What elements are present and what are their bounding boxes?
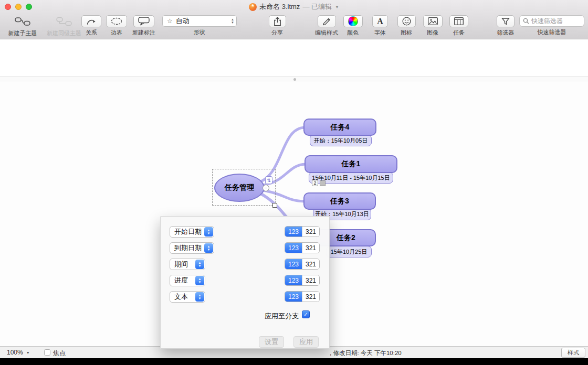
segment-selected[interactable]: 123 bbox=[285, 259, 302, 269]
apply-button[interactable]: 应用 bbox=[293, 336, 319, 348]
quick-filter-input[interactable] bbox=[531, 17, 581, 25]
color-label: 颜色 bbox=[347, 29, 359, 37]
apply-to-branch-checkbox[interactable]: ✓ bbox=[302, 310, 310, 318]
start-date-row: 开始日期 ▲▼ 123 321 bbox=[161, 226, 329, 238]
quick-filter-label: 快速筛选器 bbox=[538, 28, 566, 36]
segment-other[interactable]: 321 bbox=[302, 292, 319, 302]
resize-handle[interactable] bbox=[272, 203, 277, 208]
font-button[interactable]: A 字体 bbox=[370, 15, 390, 37]
zoom-level: 100% bbox=[7, 349, 23, 356]
relation-label: 关系 bbox=[86, 29, 97, 37]
image-button[interactable]: 图像 bbox=[423, 15, 443, 37]
smiley-icon bbox=[397, 15, 416, 27]
color-button[interactable]: 颜色 bbox=[343, 15, 363, 37]
focus-checkbox[interactable] bbox=[44, 349, 50, 356]
shape-select[interactable]: ☆ 自动 ▲▼ bbox=[162, 15, 237, 27]
style-button[interactable]: 样式 bbox=[561, 348, 585, 358]
pane-splitter[interactable] bbox=[0, 77, 588, 81]
titlebar: * 未命名 3.itmz — 已编辑 ▼ bbox=[0, 0, 588, 14]
duration-select[interactable]: 期间 ▲▼ bbox=[170, 259, 205, 270]
boundary-label: 边界 bbox=[111, 29, 122, 37]
progress-select[interactable]: 进度 ▲▼ bbox=[170, 275, 205, 286]
toolbar: 新建子主题 新建同级主题 关系 bbox=[0, 14, 588, 39]
new-callout-label: 新建标注 bbox=[132, 29, 155, 37]
node-task4[interactable]: 任务4 bbox=[303, 119, 376, 136]
window-chrome: * 未命名 3.itmz — 已编辑 ▼ 新建子主题 bbox=[0, 0, 588, 39]
task1-count-badge: 2 bbox=[312, 180, 318, 186]
stepper-icon: ▲▼ bbox=[195, 260, 204, 269]
due-date-row: 到期日期 ▲▼ 123 321 bbox=[161, 242, 329, 254]
sort-badge-icon[interactable]: ⇅ bbox=[265, 176, 272, 184]
segment-other[interactable]: 321 bbox=[302, 227, 319, 237]
node-task3[interactable]: 任务3 bbox=[303, 192, 376, 210]
due-date-select[interactable]: 到期日期 ▲▼ bbox=[170, 242, 214, 254]
due-date-select-label: 到期日期 bbox=[174, 243, 202, 253]
boundary-button[interactable]: 边界 bbox=[105, 15, 128, 37]
start-date-select-label: 开始日期 bbox=[174, 227, 202, 237]
edit-style-button[interactable]: 编辑样式 bbox=[313, 15, 340, 37]
stepper-icon: ▲▼ bbox=[231, 18, 234, 24]
relation-button[interactable]: 关系 bbox=[80, 15, 103, 37]
duration-select-label: 期间 bbox=[174, 260, 188, 269]
color-wheel-icon bbox=[343, 15, 363, 27]
segment-selected[interactable]: 123 bbox=[285, 292, 302, 302]
new-child-topic-icon bbox=[15, 15, 30, 28]
pencil-icon bbox=[318, 15, 336, 27]
share-icon bbox=[269, 15, 286, 27]
font-label: 字体 bbox=[374, 29, 386, 37]
quick-filter-field[interactable] bbox=[519, 15, 584, 27]
filter-button[interactable]: 筛选器 bbox=[494, 15, 517, 37]
progress-order-segment[interactable]: 123 321 bbox=[285, 275, 320, 286]
duration-row: 期间 ▲▼ 123 321 bbox=[161, 259, 329, 270]
zoom-control[interactable]: 100% ▼ bbox=[7, 349, 30, 356]
text-row: 文本 ▲▼ 123 321 bbox=[161, 291, 329, 303]
splitter-handle-icon[interactable] bbox=[293, 78, 296, 81]
boundary-ellipse-icon bbox=[106, 15, 127, 27]
window-title: 未命名 3.itmz bbox=[259, 2, 300, 12]
new-sibling-topic-icon bbox=[56, 15, 72, 28]
shape-control-group: ☆ 自动 ▲▼ 形状 bbox=[162, 15, 237, 36]
text-order-segment[interactable]: 123 321 bbox=[285, 291, 320, 302]
task-grid-icon bbox=[449, 15, 468, 27]
task-settings-popover: 开始日期 ▲▼ 123 321 到期日期 ▲▼ 123 321 期间 ▲▼ 12… bbox=[160, 216, 330, 349]
share-label: 分享 bbox=[271, 29, 283, 37]
stepper-icon: ▲▼ bbox=[195, 276, 204, 285]
new-child-topic-button[interactable]: 新建子主题 bbox=[4, 15, 41, 37]
outline-pane bbox=[0, 39, 588, 77]
start-date-order-segment[interactable]: 123 321 bbox=[285, 226, 320, 237]
task-button[interactable]: 任务 bbox=[449, 15, 469, 37]
text-select[interactable]: 文本 ▲▼ bbox=[170, 291, 205, 303]
start-date-select[interactable]: 开始日期 ▲▼ bbox=[170, 226, 214, 238]
share-button[interactable]: 分享 bbox=[267, 15, 288, 37]
search-icon bbox=[523, 18, 529, 24]
node-task2-date[interactable]: 15年10月25日 bbox=[326, 246, 372, 257]
segment-other[interactable]: 321 bbox=[302, 259, 319, 269]
new-sibling-topic-label: 新建同级主题 bbox=[47, 29, 81, 37]
icon-button[interactable]: 图标 bbox=[396, 15, 416, 37]
stepper-icon: ▲▼ bbox=[195, 292, 204, 302]
segment-selected[interactable]: 123 bbox=[285, 275, 302, 285]
segment-selected[interactable]: 123 bbox=[285, 243, 302, 253]
star-icon: ☆ bbox=[167, 17, 173, 25]
node-task4-date[interactable]: 开始：15年10月05日 bbox=[310, 135, 372, 146]
callout-bubble-icon bbox=[133, 15, 154, 27]
title-chevron-down-icon[interactable]: ▼ bbox=[335, 5, 339, 9]
duration-order-segment[interactable]: 123 321 bbox=[285, 259, 320, 270]
collapse-badge-icon[interactable]: − bbox=[262, 185, 269, 191]
segment-other[interactable]: 321 bbox=[302, 275, 319, 285]
text-select-label: 文本 bbox=[174, 292, 188, 302]
apply-to-branch-row: 应用至分支 ✓ bbox=[161, 311, 329, 319]
shape-label: 形状 bbox=[194, 28, 205, 36]
stepper-icon: ▲▼ bbox=[204, 227, 213, 237]
node-task1[interactable]: 任务1 bbox=[304, 155, 397, 173]
segment-selected[interactable]: 123 bbox=[285, 227, 302, 237]
apply-to-branch-label: 应用至分支 bbox=[265, 312, 299, 321]
set-button[interactable]: 设置 bbox=[259, 336, 284, 348]
segment-other[interactable]: 321 bbox=[302, 243, 319, 253]
due-date-order-segment[interactable]: 123 321 bbox=[285, 242, 320, 253]
shape-value: 自动 bbox=[176, 16, 228, 26]
progress-select-label: 进度 bbox=[174, 276, 188, 285]
new-callout-button[interactable]: 新建标注 bbox=[130, 15, 158, 37]
focus-label: 焦点 bbox=[53, 349, 66, 358]
new-child-topic-label: 新建子主题 bbox=[8, 29, 37, 37]
